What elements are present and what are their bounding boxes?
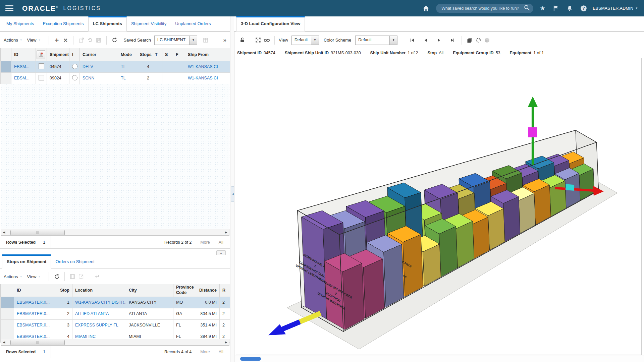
load-3d-canvas[interactable]: 921MS-003-030_PIECE1ELLIPTICALUPRIGHT LE… xyxy=(236,58,642,355)
col-shipment[interactable]: Shipment xyxy=(47,48,69,61)
tab-unplanned-orders[interactable]: Unplanned Orders xyxy=(171,16,215,31)
saved-search-dropdown[interactable]: LC SHIPMENT ▼ xyxy=(154,36,197,45)
stop-id-link[interactable]: EBSMASTER.0... xyxy=(17,334,50,339)
last-ship-unit-icon[interactable] xyxy=(448,36,457,45)
col-mode[interactable]: Mode xyxy=(118,48,137,61)
location-link[interactable]: MIAMI INC xyxy=(75,334,96,339)
rotate-view-icon[interactable] xyxy=(474,36,483,45)
col-id[interactable]: ID xyxy=(14,284,52,297)
viewer-hscrollbar[interactable] xyxy=(235,356,644,362)
row-gutter[interactable] xyxy=(1,61,11,72)
col-carrier[interactable]: Carrier xyxy=(80,48,118,61)
mode-link[interactable]: TL xyxy=(121,64,126,69)
scroll-right-icon[interactable]: ▶ xyxy=(223,339,229,345)
go-to-icon[interactable] xyxy=(93,272,101,281)
saved-search-input[interactable] xyxy=(441,6,524,11)
user-menu[interactable]: EBSMASTER.ADMIN ▼ xyxy=(593,6,638,11)
carrier-link[interactable]: DELV xyxy=(83,64,93,69)
tab-orders-on-shipment[interactable]: Orders on Shipment xyxy=(51,255,99,268)
tab-3d-load-configuration-view[interactable]: 3-D Load Configuration View xyxy=(236,16,305,32)
row-gutter[interactable] xyxy=(1,72,11,84)
col-t[interactable]: T xyxy=(152,48,162,61)
map-pin-icon[interactable] xyxy=(37,50,45,59)
col-f[interactable]: F xyxy=(173,48,185,61)
records-all-button[interactable]: All xyxy=(219,240,223,245)
stops-hscrollbar[interactable]: ◀ ▶ xyxy=(1,339,229,346)
refresh-icon[interactable] xyxy=(110,36,119,45)
add-icon[interactable]: + xyxy=(52,36,61,45)
view-menu[interactable]: View▼ xyxy=(27,274,41,279)
col-stop[interactable]: Stop xyxy=(52,284,72,297)
actions-menu[interactable]: Actions▼ xyxy=(4,38,22,43)
flag-icon[interactable] xyxy=(553,5,559,11)
view-dropdown[interactable]: Default ▼ xyxy=(291,36,319,45)
notifications-bell-icon[interactable] xyxy=(567,5,573,11)
col-stops[interactable]: Stops xyxy=(137,48,152,61)
indicator-radio[interactable] xyxy=(72,64,77,69)
records-all-button[interactable]: All xyxy=(219,350,223,354)
tab-stops-on-shipment[interactable]: Stops on Shipment xyxy=(2,254,51,269)
row-gutter[interactable] xyxy=(1,297,14,308)
view-menu[interactable]: View▼ xyxy=(27,38,41,43)
shipment-row-1[interactable]: EBSM... 04574 DELV TL 4 W1-KANSAS CI xyxy=(1,61,230,72)
color-scheme-dropdown[interactable]: Default ▼ xyxy=(355,36,397,45)
shipment-row-2[interactable]: EBSM... 09024 SCNN TL 2 W1-KANSAS CI xyxy=(1,72,230,84)
col-clipped[interactable]: R xyxy=(220,284,230,297)
stop-row-1[interactable]: EBSMASTER.0... 1 W1-KANSAS CITY DISTR...… xyxy=(1,297,230,308)
scroll-left-icon[interactable]: ◀ xyxy=(1,339,7,345)
col-id[interactable]: ID xyxy=(11,48,36,61)
first-ship-unit-icon[interactable] xyxy=(408,36,417,45)
shipment-id-link[interactable]: EBSM... xyxy=(14,64,30,69)
next-ship-unit-icon[interactable] xyxy=(435,36,443,45)
refresh-icon[interactable] xyxy=(52,272,61,281)
undo-icon[interactable] xyxy=(86,36,94,45)
home-icon[interactable] xyxy=(422,5,430,12)
detach-table-icon[interactable] xyxy=(77,272,86,281)
shipment-id-link[interactable]: EBSM... xyxy=(14,76,30,80)
row-checkbox[interactable] xyxy=(39,63,44,69)
hamburger-menu-icon[interactable] xyxy=(5,5,13,11)
fit-to-window-icon[interactable] xyxy=(254,36,262,45)
location-link[interactable]: ALLIED ATLANTA xyxy=(75,311,109,316)
detach-icon[interactable] xyxy=(77,36,86,45)
records-more-button[interactable]: More xyxy=(200,350,210,354)
col-s[interactable]: S xyxy=(162,48,173,61)
tab-lc-shipments[interactable]: LC Shipments xyxy=(88,16,127,32)
ship-from-link[interactable]: W1-KANSAS CI xyxy=(188,76,218,80)
scroll-right-icon[interactable]: ▶ xyxy=(223,229,229,235)
ship-from-link[interactable]: W1-KANSAS CI xyxy=(188,64,218,69)
mode-link[interactable]: TL xyxy=(121,76,126,80)
scrollbar-thumb[interactable] xyxy=(10,340,65,345)
stop-id-link[interactable]: EBSMASTER.0... xyxy=(17,323,50,327)
favorites-star-icon[interactable]: ★ xyxy=(540,5,545,11)
unlock-icon[interactable] xyxy=(238,36,247,45)
stop-row-2[interactable]: EBSMASTER.0... 2 ALLIED ATLANTA ATLANTA … xyxy=(1,308,230,319)
layers-icon[interactable] xyxy=(465,36,474,45)
col-i[interactable]: I xyxy=(69,48,80,61)
col-location[interactable]: Location xyxy=(72,284,126,297)
search-icon[interactable] xyxy=(524,5,530,12)
previous-ship-unit-icon[interactable] xyxy=(421,36,430,45)
scroll-left-icon[interactable]: ◀ xyxy=(1,229,7,235)
shipments-hscrollbar[interactable]: ◀ ▶ xyxy=(1,229,229,236)
row-checkbox[interactable] xyxy=(39,75,44,80)
3d-glasses-icon[interactable] xyxy=(262,36,271,45)
stop-id-link[interactable]: EBSMASTER.0... xyxy=(17,300,50,305)
scrollbar-thumb[interactable] xyxy=(10,230,65,235)
tab-my-shipments[interactable]: My Shipments xyxy=(2,16,38,31)
tab-shipment-visibility[interactable]: Shipment Visibility xyxy=(127,16,171,31)
col-distance[interactable]: Distance xyxy=(193,284,220,297)
toolbar-overflow-chevrons[interactable]: » xyxy=(223,37,226,44)
row-gutter[interactable] xyxy=(1,319,14,331)
stop-row-3[interactable]: EBSMASTER.0... 3 EXPRESS SUPPLY FL JACKS… xyxy=(1,319,230,331)
indicator-radio[interactable] xyxy=(72,75,77,80)
freeze-columns-icon[interactable] xyxy=(68,272,77,281)
map-pin-column-header[interactable] xyxy=(36,48,47,61)
carrier-link[interactable]: SCNN xyxy=(83,76,94,80)
save-icon[interactable] xyxy=(94,36,103,45)
records-more-button[interactable]: More xyxy=(200,240,210,245)
tab-exception-shipments[interactable]: Exception Shipments xyxy=(38,16,88,31)
row-gutter[interactable] xyxy=(1,308,14,319)
col-province-code[interactable]: Province Code xyxy=(173,284,193,297)
delete-icon[interactable]: × xyxy=(61,36,70,45)
